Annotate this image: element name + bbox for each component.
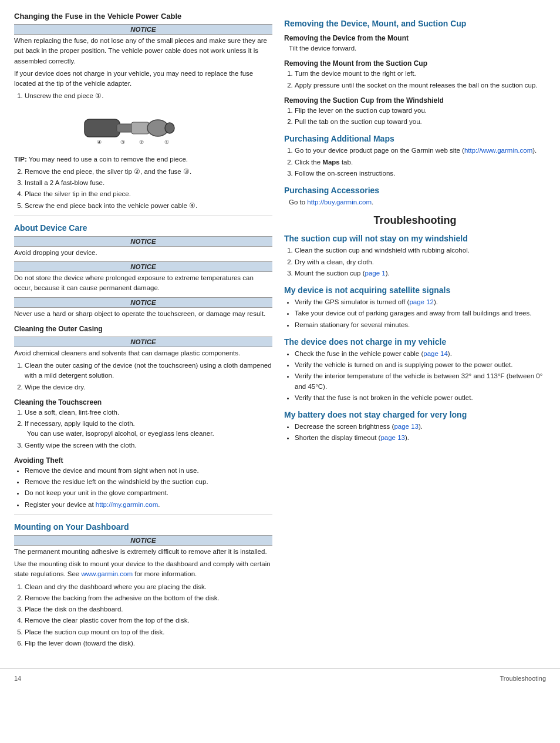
page12-link[interactable]: page 12 (409, 298, 434, 305)
theft-bullet-3: Do not keep your unit in the glove compa… (25, 488, 272, 498)
buy-garmin-link[interactable]: http://buy.garmin.com (307, 199, 372, 206)
satellite-list: Verify the GPS simulator is turned off (… (284, 297, 546, 330)
fuse-title: Changing the Fuse in the Vehicle Power C… (14, 12, 272, 21)
fuse-step1: Unscrew the end piece ①. (25, 91, 272, 101)
sat-bullet-2: Take your device out of parking garages … (295, 308, 546, 318)
maps-step1: Go to your device product page on the Ga… (295, 146, 546, 156)
windshield-step2: Pull the tab on the suction cup toward y… (295, 117, 546, 127)
dashboard-notice-text: The permanent mounting adhesive is extre… (14, 547, 272, 557)
fuse-notice-label: NOTICE (14, 24, 272, 35)
device-care-title: About Device Care (14, 223, 272, 233)
purchasing-accessories-title: Purchasing Accessories (284, 186, 546, 195)
dash-step6: Flip the lever down (toward the disk). (25, 638, 272, 648)
notice1-text: Avoid dropping your device. (14, 248, 272, 258)
fuse-tip: TIP: You may need to use a coin to remov… (14, 154, 272, 164)
battery-bullet-1: Decrease the screen brightness (page 13)… (295, 422, 546, 432)
fuse-step4: Place the silver tip in the end piece. (25, 189, 272, 199)
touch-step3: Gently wipe the screen with the cloth. (25, 441, 272, 450)
charge-bullet-4: Verify that the fuse is not broken in th… (295, 393, 546, 403)
charge-title: The device does not charge in my vehicle (284, 337, 546, 347)
removing-title: Removing the Device, Mount, and Suction … (284, 19, 546, 28)
cleaning-outer-title: Cleaning the Outer Casing (14, 325, 272, 333)
svg-point-4 (165, 123, 174, 133)
dash-step4: Remove the clear plastic cover from the … (25, 616, 272, 626)
svg-rect-0 (85, 119, 120, 137)
notice1-label: NOTICE (14, 236, 272, 247)
left-column: Changing the Fuse in the Vehicle Power C… (14, 12, 272, 651)
charge-bullet-1: Check the fuse in the vehicle power cabl… (295, 349, 546, 359)
right-footer: Troubleshooting (500, 675, 546, 682)
page13a-link[interactable]: page 13 (394, 423, 419, 430)
dashboard-title: Mounting on Your Dashboard (14, 522, 272, 532)
avoiding-theft-list: Remove the device and mount from sight w… (14, 466, 272, 510)
fuse-body1: If your device does not charge in your v… (14, 69, 272, 89)
removing-section: Removing the Device, Mount, and Suction … (284, 19, 546, 127)
sc-step2: Dry with a clean, dry cloth. (295, 257, 546, 267)
svg-text:③: ③ (120, 139, 125, 145)
page-footer: 14 Troubleshooting (0, 668, 560, 682)
purchasing-accessories-section: Purchasing Accessories Go to http://buy.… (284, 186, 546, 207)
garmin-maps-link[interactable]: http://www.garmin.com (464, 147, 532, 154)
dash-step5: Place the suction cup mount on top of th… (25, 627, 272, 637)
avoiding-theft-title: Avoiding Theft (14, 456, 272, 465)
theft-bullet-1: Remove the device and mount from sight w… (25, 466, 272, 476)
suction-cup-title: The suction cup will not stay on my wind… (284, 234, 546, 243)
troubleshooting-section: Troubleshooting The suction cup will not… (284, 214, 546, 443)
device-care-section: About Device Care NOTICE Avoid dropping … (14, 223, 272, 510)
page14-link[interactable]: page 14 (423, 350, 448, 357)
sat-bullet-1: Verify the GPS simulator is turned off (… (295, 297, 546, 307)
garmin-www-link[interactable]: www.garmin.com (81, 570, 133, 577)
fuse-step5: Screw the end piece back into the vehicl… (25, 201, 272, 211)
fuse-svg: ④ ③ ② ① (79, 107, 208, 149)
touch-step1: Use a soft, clean, lint-free cloth. (25, 408, 272, 418)
theft-bullet-4: Register your device at http://my.garmin… (25, 500, 272, 510)
notice3-label: NOTICE (14, 297, 272, 308)
notice3-text: Never use a hard or sharp object to oper… (14, 309, 272, 319)
cleaning-step2: Wipe the device dry. (25, 382, 272, 392)
svg-text:④: ④ (97, 139, 102, 145)
battery-title: My battery does not stay charged for ver… (284, 410, 546, 419)
dashboard-section: Mounting on Your Dashboard NOTICE The pe… (14, 522, 272, 648)
fuse-section: Changing the Fuse in the Vehicle Power C… (14, 12, 272, 211)
windshield-step1: Flip the lever on the suction cup toward… (295, 106, 546, 116)
cleaning-notice-text: Avoid chemical cleaners and solvents tha… (14, 348, 272, 358)
notice2-text: Do not store the device where prolonged … (14, 273, 272, 294)
cleaning-touch-title: Cleaning the Touchscreen (14, 398, 272, 406)
right-column: Removing the Device, Mount, and Suction … (284, 12, 546, 651)
touch-step2: If necessary, apply liquid to the cloth.… (25, 419, 272, 439)
windshield-title: Removing the Suction Cup from the Windsh… (284, 96, 546, 105)
battery-bullet-2: Shorten the display timeout (page 13). (295, 433, 546, 443)
dash-step1: Clean and dry the dashboard where you ar… (25, 582, 272, 592)
dash-step2: Remove the backing from the adhesive on … (25, 593, 272, 603)
troubleshooting-heading: Troubleshooting (284, 214, 546, 227)
page-number: 14 (14, 675, 21, 682)
cleaning-step1: Clean the outer casing of the device (no… (25, 361, 272, 381)
dash-step3: Place the disk on the dashboard. (25, 604, 272, 614)
garmin-my-link[interactable]: http://my.garmin.com (96, 501, 158, 508)
suction-step1: Turn the device mount to the right or le… (295, 69, 546, 79)
satellite-title: My device is not acquiring satellite sig… (284, 285, 546, 295)
fuse-step2: Remove the end piece, the silver tip ②, … (25, 167, 272, 177)
charge-bullet-3: Verify the interior temperature of the v… (295, 371, 546, 392)
charge-bullet-2: Verify the vehicle is turned on and is s… (295, 360, 546, 370)
from-mount-text: Tilt the device forward. (289, 43, 546, 53)
fuse-step3: Install a 2 A fast-blow fuse. (25, 178, 272, 188)
from-mount-title: Removing the Device from the Mount (284, 34, 546, 42)
from-suction-title: Removing the Mount from the Suction Cup (284, 59, 546, 68)
svg-text:①: ① (164, 139, 169, 145)
page13b-link[interactable]: page 13 (380, 434, 405, 441)
fuse-diagram: ④ ③ ② ① (14, 107, 272, 149)
sc-step3: Mount the suction cup (page 1). (295, 268, 546, 278)
fuse-notice-text: When replacing the fuse, do not lose any… (14, 36, 272, 66)
theft-bullet-2: Remove the residue left on the windshiel… (25, 477, 272, 487)
notice2-label: NOTICE (14, 261, 272, 272)
battery-list: Decrease the screen brightness (page 13)… (284, 422, 546, 443)
charge-list: Check the fuse in the vehicle power cabl… (284, 349, 546, 403)
svg-text:②: ② (139, 139, 144, 145)
dashboard-intro: Use the mounting disk to mount your devi… (14, 559, 272, 580)
page1-link[interactable]: page 1 (365, 270, 386, 277)
purchasing-maps-title: Purchasing Additional Maps (284, 134, 546, 143)
purchasing-maps-section: Purchasing Additional Maps Go to your de… (284, 134, 546, 179)
sc-step1: Clean the suction cup and windshield wit… (295, 246, 546, 255)
suction-step2: Apply pressure until the socket on the m… (295, 80, 546, 90)
